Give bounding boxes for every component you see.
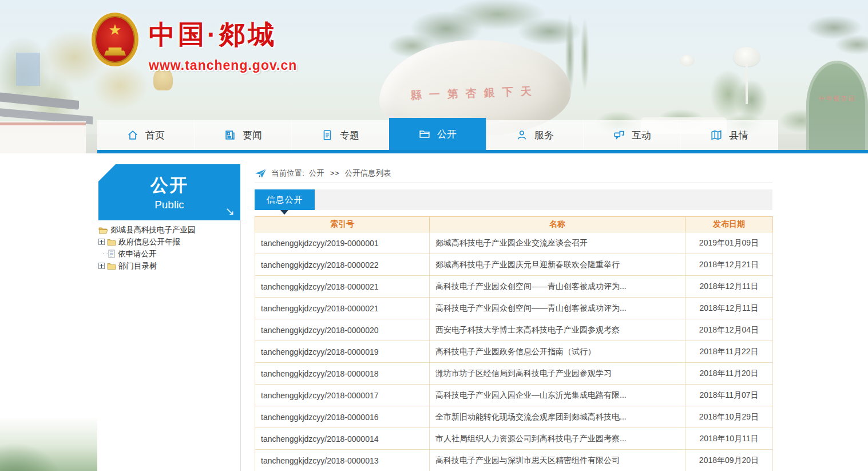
article-link[interactable]: 高科技电子产业园入园企业—山东沂光集成电路有限...: [435, 390, 627, 399]
cell-publish-date: 2019年01月09日: [685, 232, 773, 254]
cell-title: 西安电子科技大学博士来高科技电子产业园参观考察: [430, 319, 685, 341]
news-icon: [224, 129, 236, 141]
table-header-row: 索引号 名称 发布日期: [255, 217, 773, 232]
main-nav: 首页 要闻 专题 公开: [97, 120, 778, 150]
nav-item-home[interactable]: 首页: [97, 120, 195, 150]
nav-item-services[interactable]: 服务: [486, 120, 584, 150]
nav-item-news[interactable]: 要闻: [195, 120, 292, 150]
nav-item-interaction[interactable]: 互动: [584, 120, 681, 150]
cell-index-number: tanchenggkjdzcyy/2018-0000022: [255, 254, 430, 276]
site-url: www.tancheng.gov.cn: [149, 58, 297, 73]
chat-icon: [613, 129, 625, 141]
cell-publish-date: 2018年10月11日: [685, 428, 773, 450]
sidebar-subtitle: Public: [154, 199, 184, 211]
breadcrumb-link-public[interactable]: 公开: [309, 168, 324, 179]
sidebar-divider: [240, 220, 241, 471]
tree-item-annual-report[interactable]: 政府信息公开年报: [98, 236, 240, 248]
column-header-date: 发布日期: [685, 217, 773, 232]
site-banner: 縣一第杏銀下天 中华银杏园 ★ 中国·郯城 www.tancheng.gov.c…: [0, 0, 868, 153]
tree-item-label: 部门目录树: [118, 261, 157, 271]
cell-title: 全市新旧动能转化现场交流会观摩团到郯城高科技电...: [430, 406, 685, 428]
open-folder-icon: [98, 226, 108, 234]
article-link[interactable]: 潍坊市坊子区经信局到高科技电子产业园参观学习: [435, 369, 612, 378]
tab-caret-icon: [280, 210, 288, 215]
main-content: 当前位置: 公开 >> 公开信息列表 信息公开 索引号 名称 发布日期: [255, 153, 772, 471]
table-row: tanchenggkjdzcyy/2018-0000016 全市新旧动能转化现场…: [255, 406, 773, 428]
table-row: tanchenggkjdzcyy/2018-0000022 郯城高科技电子产业园…: [255, 254, 773, 276]
cell-publish-date: 2018年09月20日: [685, 450, 773, 471]
cell-index-number: tanchenggkjdzcyy/2018-0000017: [255, 385, 430, 406]
cell-publish-date: 2018年11月07日: [685, 385, 773, 406]
column-header-index: 索引号: [255, 217, 430, 232]
article-link[interactable]: 市人社局组织人力资源公司到高科技电子产业园考察...: [435, 434, 627, 443]
cell-title: 高科技电子产业园与深圳市思天区精密组件有限公司: [430, 450, 685, 471]
folder-icon: [418, 128, 431, 140]
page: 縣一第杏銀下天 中华银杏园 ★ 中国·郯城 www.tancheng.gov.c…: [0, 0, 868, 471]
corner-decoration-image: [0, 417, 97, 471]
cell-title: 高科技电子产业园众创空间——青山创客被成功评为...: [430, 276, 685, 298]
cell-title: 潍坊市坊子区经信局到高科技电子产业园参观学习: [430, 363, 685, 385]
article-link[interactable]: 高科技电子产业园众创空间——青山创客被成功评为...: [435, 303, 627, 312]
column-header-name: 名称: [430, 217, 685, 232]
cell-title: 市人社局组织人力资源公司到高科技电子产业园考察...: [430, 428, 685, 450]
cell-index-number: tanchenggkjdzcyy/2018-0000020: [255, 319, 430, 341]
site-logo[interactable]: ★ 中国·郯城 www.tancheng.gov.cn: [92, 13, 297, 73]
cell-index-number: tanchenggkjdzcyy/2018-0000013: [255, 450, 430, 471]
cell-index-number: tanchenggkjdzcyy/2018-0000021: [255, 276, 430, 298]
tab-info-disclosure[interactable]: 信息公开: [255, 189, 315, 210]
breadcrumb-label: 当前位置:: [271, 168, 304, 179]
nav-label: 首页: [145, 129, 165, 142]
article-link[interactable]: 西安电子科技大学博士来高科技电子产业园参观考察: [435, 325, 620, 334]
breadcrumb: 当前位置: 公开 >> 公开信息列表: [255, 169, 772, 183]
cell-publish-date: 2018年12月21日: [685, 254, 773, 276]
site-title: 中国·郯城: [149, 17, 297, 53]
tree-item-label: 政府信息公开年报: [118, 237, 180, 247]
arrow-down-right-icon: ↘: [225, 204, 235, 218]
tab-strip: 信息公开: [255, 189, 772, 210]
document-icon: [108, 250, 116, 258]
sidebar: 公开 Public ↘ 郯城县高科技电子产业园 政府信息公开年报: [98, 164, 240, 272]
article-link[interactable]: 郯城高科技电子产业园庆元旦迎新春联欢会隆重举行: [435, 260, 620, 269]
expand-plus-icon[interactable]: [98, 263, 105, 269]
nav-label: 专题: [340, 129, 359, 142]
table-row: tanchenggkjdzcyy/2018-0000019 高科技电子产业园政务…: [255, 341, 773, 363]
user-icon: [516, 129, 528, 141]
expand-plus-icon[interactable]: [98, 239, 105, 245]
breadcrumb-separator: >>: [330, 169, 339, 177]
article-link[interactable]: 高科技电子产业园众创空间——青山创客被成功评为...: [435, 282, 627, 291]
cell-title: 高科技电子产业园入园企业—山东沂光集成电路有限...: [430, 385, 685, 406]
nav-item-topics[interactable]: 专题: [292, 120, 389, 150]
article-link[interactable]: 全市新旧动能转化现场交流会观摩团到郯城高科技电...: [435, 412, 627, 421]
closed-folder-icon: [107, 238, 116, 246]
tree-item-department-tree[interactable]: 部门目录树: [98, 260, 240, 272]
sidebar-title: 公开: [150, 173, 188, 197]
cell-publish-date: 2018年12月11日: [685, 298, 773, 319]
table-row: tanchenggkjdzcyy/2018-0000020 西安电子科技大学博士…: [255, 319, 773, 341]
cell-publish-date: 2018年12月11日: [685, 276, 773, 298]
article-link[interactable]: 郯城高科技电子产业园企业交流座谈会召开: [435, 238, 588, 247]
tree-item-industrial-park[interactable]: 郯城县高科技电子产业园: [98, 224, 240, 236]
sidebar-header: 公开 Public ↘: [98, 164, 240, 220]
cell-index-number: tanchenggkjdzcyy/2019-0000001: [255, 232, 430, 254]
table-row: tanchenggkjdzcyy/2018-0000017 高科技电子产业园入园…: [255, 385, 773, 406]
nav-item-county[interactable]: 县情: [681, 120, 778, 150]
table-row: tanchenggkjdzcyy/2019-0000001 郯城高科技电子产业园…: [255, 232, 773, 254]
cell-publish-date: 2018年11月22日: [685, 341, 773, 363]
tree-item-apply-disclosure[interactable]: 依申请公开: [98, 248, 240, 260]
table-row: tanchenggkjdzcyy/2018-0000018 潍坊市坊子区经信局到…: [255, 363, 773, 385]
sidebar-tree: 郯城县高科技电子产业园 政府信息公开年报 依申请公开: [98, 224, 240, 272]
table-row: tanchenggkjdzcyy/2018-0000013 高科技电子产业园与深…: [255, 450, 773, 471]
nav-item-public[interactable]: 公开: [389, 118, 486, 150]
info-table: 索引号 名称 发布日期 tanchenggkjdzcyy/2019-000000…: [255, 216, 773, 471]
article-link[interactable]: 高科技电子产业园政务信息公开指南（试行）: [435, 347, 596, 356]
cell-index-number: tanchenggkjdzcyy/2018-0000019: [255, 341, 430, 363]
paper-plane-icon: [255, 168, 267, 179]
cell-publish-date: 2018年12月04日: [685, 319, 773, 341]
article-link[interactable]: 高科技电子产业园与深圳市思天区精密组件有限公司: [435, 456, 620, 465]
cell-title: 高科技电子产业园众创空间——青山创客被成功评为...: [430, 298, 685, 319]
table-row: tanchenggkjdzcyy/2018-0000014 市人社局组织人力资源…: [255, 428, 773, 450]
nav-label: 县情: [729, 129, 748, 142]
breadcrumb-link-list[interactable]: 公开信息列表: [345, 168, 391, 179]
cell-title: 郯城高科技电子产业园企业交流座谈会召开: [430, 232, 685, 254]
home-icon: [126, 129, 139, 141]
